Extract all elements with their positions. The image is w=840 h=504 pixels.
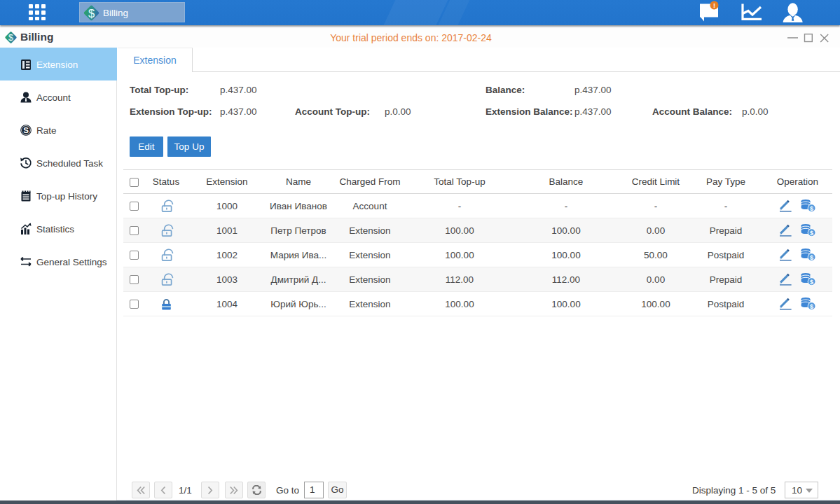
svg-text:S: S [23, 126, 29, 134]
svg-text:$: $ [810, 303, 813, 310]
svg-text:$: $ [810, 279, 813, 286]
svg-text:$: $ [810, 254, 813, 261]
svg-text:$: $ [88, 7, 95, 20]
svg-text:!: ! [713, 2, 715, 9]
svg-text:$: $ [810, 230, 813, 237]
svg-text:$: $ [810, 205, 813, 212]
